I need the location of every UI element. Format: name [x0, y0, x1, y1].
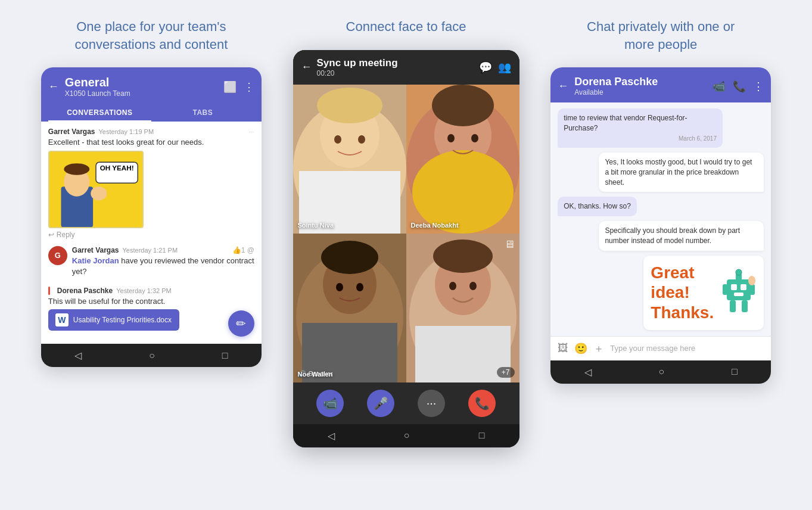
video-label-sointu: Sointu Niva: [298, 222, 334, 229]
column-3: Chat privately with one or more people ←…: [533, 18, 788, 384]
phone2-nav-home[interactable]: ○: [404, 430, 410, 441]
more-icon[interactable]: ⋮: [244, 80, 254, 94]
chat-msg-1: time to review that vendor Request-for-P…: [558, 108, 723, 148]
back-icon[interactable]: ←: [48, 80, 59, 93]
sticker-text: Greatidea!Thanks.: [651, 263, 714, 323]
msg-sender-2: Garret Vargas: [72, 246, 119, 254]
noe-face-svg: [293, 234, 406, 382]
nav-home-icon[interactable]: ○: [149, 350, 155, 361]
image-icon[interactable]: 🖼: [558, 342, 568, 354]
end-call-button[interactable]: 📞: [468, 390, 496, 417]
add-icon[interactable]: ＋: [593, 341, 604, 356]
msg-more-1[interactable]: ···: [249, 128, 254, 135]
phone3-contact-info: Dorena Paschke Available: [574, 76, 713, 97]
msg-time-2: Yesterday 1:21 PM: [123, 247, 178, 254]
chat-icon[interactable]: 💬: [479, 61, 492, 74]
chat-msg-4: Specifically you should break down by pa…: [599, 221, 764, 251]
phone3-contact-name: Dorena Paschke: [574, 76, 713, 88]
phone3-nav-home[interactable]: ○: [658, 366, 664, 377]
svg-point-19: [447, 134, 455, 142]
video-label-deeba: Deeba Nobakht: [411, 222, 459, 229]
reply-line-1: ↩ Reply: [48, 231, 254, 239]
svg-point-40: [736, 269, 742, 275]
deeba-face-svg: [406, 85, 519, 234]
svg-rect-41: [723, 284, 727, 295]
video-grid: Sointu Niva Deeba Nobakh: [293, 85, 519, 382]
phone2-meeting-title: Sync up meeting: [317, 57, 474, 69]
participants-icon[interactable]: 👥: [498, 61, 511, 74]
file-name: Usability Testing Priorities.docx: [73, 316, 172, 324]
svg-rect-43: [730, 300, 736, 312]
column-1: One place for your team's conversations …: [24, 18, 279, 367]
msg-text-1: Excellent - that test looks great for ou…: [48, 137, 254, 148]
nav-recent-icon[interactable]: □: [222, 350, 228, 361]
phone3-body: time to review that vendor Request-for-P…: [550, 102, 771, 335]
msg-row-3: Dorena Paschke Yesterday 1:32 PM This wi…: [48, 287, 254, 331]
more-options-button[interactable]: ···: [418, 390, 445, 417]
svg-point-34: [469, 282, 477, 290]
svg-point-17: [432, 85, 494, 126]
svg-rect-36: [731, 284, 737, 290]
msg-sender-line-1: Garret Vargas Yesterday 1:19 PM ···: [48, 128, 254, 136]
file-attachment[interactable]: W Usability Testing Priorities.docx: [48, 309, 179, 331]
tab-tabs[interactable]: TABS: [151, 104, 254, 122]
mic-toggle-button[interactable]: 🎤: [367, 390, 394, 417]
msg-sender-1: Garret Vargas: [48, 128, 95, 136]
chat-msg-1-time: March 6, 2017: [564, 135, 717, 143]
msg-row-1: Garret Vargas Yesterday 1:19 PM ··· Exce…: [48, 128, 254, 238]
msg-sender-line-2: Garret Vargas Yesterday 1:21 PM 👍1 @: [72, 246, 254, 254]
svg-rect-37: [741, 284, 746, 290]
phone2-nav-back[interactable]: ◁: [328, 430, 335, 441]
phone3-nav-recent[interactable]: □: [732, 366, 738, 377]
tab-conversations[interactable]: CONVERSATIONS: [48, 104, 151, 122]
compose-icon[interactable]: ⬜: [223, 80, 237, 94]
video-cell-deeba: Deeba Nobakht: [406, 85, 519, 234]
phone3-input-bar: 🖼 🙂 ＋ Type your message here: [550, 336, 771, 360]
phone3-back-icon[interactable]: ←: [558, 80, 568, 92]
svg-rect-42: [750, 284, 755, 295]
svg-rect-44: [742, 300, 748, 312]
chat-msg-3-text: OK, thanks. How so?: [564, 202, 631, 210]
chat-msg-3: OK, thanks. How so?: [558, 197, 637, 216]
chat-input-field[interactable]: Type your message here: [610, 341, 764, 355]
column-2-title: Connect face to face: [346, 18, 466, 36]
column-1-title: One place for your team's conversations …: [62, 18, 241, 53]
msg-text-3: This will be useful for the contract.: [48, 296, 254, 307]
svg-point-18: [412, 150, 514, 234]
more-options-icon[interactable]: ⋮: [753, 80, 764, 93]
sointu-face-svg: [293, 85, 406, 234]
svg-point-4: [91, 186, 107, 200]
msg-sender-line-3: Dorena Paschke Yesterday 1:32 PM: [48, 287, 254, 295]
msg-text-2: Katie Jordan have you reviewed the vendo…: [72, 256, 254, 277]
phone1-nav: ◁ ○ □: [41, 344, 262, 367]
phone3-nav: ◁ ○ □: [550, 360, 771, 384]
mention-katie: Katie Jordan: [72, 256, 119, 265]
phone1-title-group: General X1050 Launch Team: [65, 76, 223, 98]
phone1-tabs: CONVERSATIONS TABS: [48, 104, 254, 122]
nav-back-icon[interactable]: ◁: [74, 350, 82, 361]
video-toggle-button[interactable]: 📹: [316, 390, 344, 417]
emoji-icon[interactable]: 🙂: [574, 342, 587, 355]
phone1-channel-title: General: [65, 76, 223, 89]
column-3-title: Chat privately with one or more people: [571, 18, 750, 53]
phone2-title-group: Sync up meeting 00:20: [317, 57, 474, 77]
phone3-nav-back[interactable]: ◁: [584, 366, 592, 378]
phone2-header-icons: 💬 👥: [479, 61, 511, 74]
phone3-contact-status: Available: [574, 88, 713, 97]
compose-fab-button[interactable]: ✏: [228, 310, 254, 337]
face4-svg: [406, 234, 519, 382]
video-call-icon[interactable]: 📹: [713, 80, 726, 93]
phone1-body: Garret Vargas Yesterday 1:19 PM ··· Exce…: [41, 122, 262, 344]
reaction-area: 👍1 @: [232, 246, 254, 254]
red-indicator: [48, 287, 50, 295]
phone2-back-icon[interactable]: ←: [301, 61, 312, 73]
screen-share-icon[interactable]: 🖥: [504, 238, 515, 251]
phone2-nav-recent[interactable]: □: [479, 430, 485, 441]
svg-point-33: [449, 282, 456, 290]
voice-call-icon[interactable]: 📞: [733, 80, 746, 93]
svg-rect-35: [727, 279, 751, 300]
phone2-controls: 📹 🎤 ··· 📞: [293, 382, 519, 424]
robot-icon: [721, 268, 757, 315]
chat-msg-2: Yes, It looks mostly good, but I would t…: [599, 153, 764, 192]
video-cell-sointu: Sointu Niva: [293, 85, 406, 234]
